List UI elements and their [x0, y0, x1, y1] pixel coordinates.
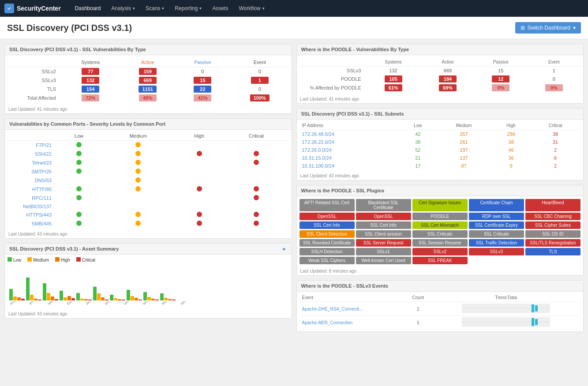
chart-bar [26, 277, 30, 301]
chart-bar [143, 292, 147, 300]
chart-bar [131, 296, 134, 301]
bar-group [9, 289, 25, 300]
poodle-events-panel: Where is the POODLE - SSLv3 Events Event… [296, 280, 584, 332]
table-row: Telnet/23 [7, 158, 289, 167]
logo-icon [4, 4, 14, 13]
table-row: HTTP/80 [7, 185, 289, 194]
plugin-tag: Weak SSL Ciphers [300, 257, 355, 264]
chart-bar [114, 298, 117, 300]
plugin-tag: SSL FREAK [412, 257, 468, 264]
dashboard-grid-icon: ⊞ [521, 25, 525, 31]
plugin-tag [525, 257, 581, 264]
col-passive: Passive [175, 58, 231, 67]
nav-scans[interactable]: Scans ▾ [140, 0, 169, 17]
bar-group [160, 293, 176, 300]
ssl-subnets-panel: SSL Discovery (PCI DSS v3.1) - SSL Subne… [296, 108, 584, 180]
plugin-tag: SSL Cert Mismatch [412, 221, 468, 229]
bar-group [26, 277, 41, 301]
ssl-vuln-last-updated: Last Updated: 41 minutes ago [5, 105, 292, 113]
table-row: SMTP/25 [7, 167, 289, 176]
table-row: SMB/445 [7, 219, 289, 228]
poodle-vuln-header: Where is the POODLE - Vulnerabilities By… [297, 44, 584, 55]
switch-dashboard-button[interactable]: ⊞ Switch Dashboard ▾ [515, 22, 581, 34]
col-systems: Systems [60, 58, 121, 67]
plugin-tag: SSL Client Detection [300, 230, 355, 238]
nav-workflow[interactable]: Workflow ▾ [233, 0, 270, 17]
plugin-tag: SSL Cert Info [300, 221, 355, 229]
chart-bar [30, 295, 34, 300]
bar-group [76, 293, 92, 301]
asset-last-updated: Last Updated: 43 minutes ago [5, 310, 292, 318]
chart-bar [97, 293, 101, 300]
chart-bar [60, 291, 63, 300]
analysis-caret: ▾ [133, 6, 135, 11]
x-label: Microsoft Windows Server [104, 301, 120, 306]
plugin-tag: Certificate Chain [469, 199, 524, 211]
plugin-tag: SSL Cipher Suites [525, 221, 581, 229]
plugin-tag: SSL OS ID [525, 230, 581, 238]
legend-medium: Medium [27, 257, 49, 262]
x-label: Rogue Asset [9, 301, 25, 306]
reporting-caret: ▾ [199, 6, 202, 11]
poodle-events-header: Where is the POODLE - SSLv3 Events [297, 281, 584, 292]
plugin-tag: SSLv1 [356, 248, 411, 255]
poodle-vuln-table: Systems Active Passive Event SSLv3 132 6… [300, 58, 581, 92]
chart-bar [38, 300, 41, 300]
port-col-medium: Medium [102, 131, 175, 141]
plugin-tag: SSL Client session [356, 230, 411, 238]
chart-bar [118, 299, 121, 301]
sparkline [462, 304, 550, 313]
chart-bar [17, 297, 21, 300]
plugin-tag: SSLH Detection [300, 248, 355, 255]
right-column: Where is the POODLE - Vulnerabilities By… [296, 44, 584, 332]
nav-assets[interactable]: Assets [207, 0, 233, 17]
ssl-subnets-table: IP Address Low Medium High Critical 172.… [300, 121, 581, 170]
nav-dashboard[interactable]: Dashboard [70, 0, 106, 17]
chart-bar [51, 296, 54, 300]
chart-bar [160, 293, 164, 300]
plugin-tag: SSL CBC Chaining [525, 213, 581, 220]
workflow-caret: ▾ [262, 6, 265, 11]
table-row: 172.26.0.0/24 52 197 46 2 [300, 146, 581, 154]
plugin-tag: OpenSSL [300, 213, 355, 220]
ssl-vuln-table: Systems Active Passive Event SSLv2 77 15… [7, 58, 289, 102]
chart-bar [164, 298, 168, 300]
table-row: Total Affected 72% 48% 41% 100% [7, 94, 289, 102]
legend-low: Low [7, 257, 21, 262]
plugin-tag: OpenSSL [356, 213, 411, 220]
table-row: RPC/111 [7, 194, 289, 202]
sparkline [462, 317, 550, 327]
table-row: 10.31.100.0/24 17 87 9 2 [300, 162, 581, 170]
chart-bar [110, 295, 113, 300]
table-row: % Affected by POODLE 61% 69% 0% 0% [300, 83, 581, 92]
port-vuln-panel: Vulnerabilities by Common Ports - Severi… [4, 118, 292, 239]
chart-bar [147, 297, 151, 300]
chart-bar [122, 300, 125, 300]
plugin-tag: SSL Criticals [412, 230, 468, 238]
nav-analysis[interactable]: Analysis ▾ [106, 0, 140, 17]
asset-chart [7, 265, 289, 300]
plugin-tag: RDP over SSL [469, 213, 524, 220]
nav-reporting[interactable]: Reporting ▾ [169, 0, 207, 17]
subnets-last-updated: Last Updated: 43 minutes ago [297, 172, 584, 180]
plugin-tag: SSL Server Request [356, 239, 411, 247]
table-row: Apache-MD5_Connection 1 [300, 316, 581, 330]
chart-bar [71, 298, 75, 300]
chart-bar [105, 300, 109, 300]
x-label: Windows RDP or Terminal [85, 301, 101, 306]
main-content: SSL Discovery (PCI DSS v3.1) - SSL Vulne… [0, 39, 588, 336]
port-col-low: Low [56, 131, 102, 141]
plugin-tag: HeartBleed [525, 199, 581, 211]
table-row: SSLv3 132 669 15 1 [7, 76, 289, 85]
table-row: 172.26.22.0/24 38 261 38 31 [300, 138, 581, 146]
table-row: SSLv2 77 159 0 0 [7, 67, 289, 76]
chart-bar [93, 287, 97, 300]
x-label: Microsoft Windows Server [142, 301, 157, 306]
chart-bar [21, 299, 25, 300]
port-last-updated: Last Updated: 43 minutes ago [5, 230, 292, 238]
chart-bar [135, 298, 138, 300]
bar-group [60, 291, 75, 300]
chart-bar [34, 299, 37, 300]
svg-rect-44 [535, 305, 538, 311]
expand-icon[interactable]: ► [282, 246, 287, 251]
